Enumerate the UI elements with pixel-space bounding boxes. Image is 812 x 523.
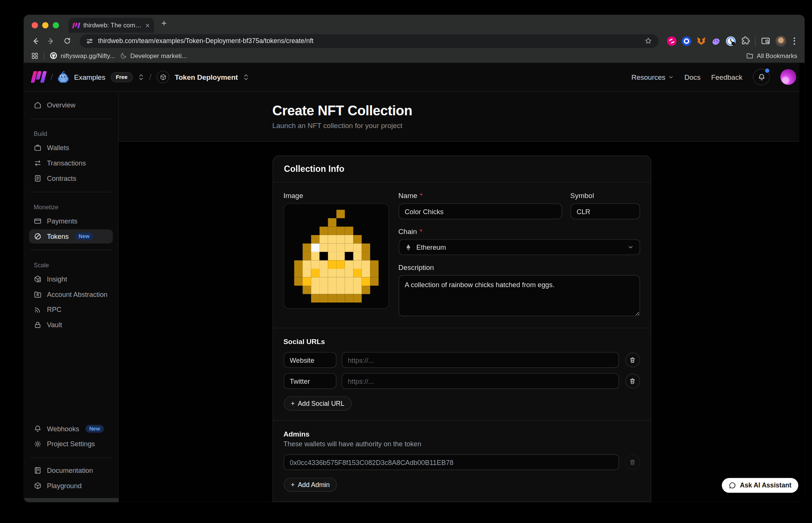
window-minimize-button[interactable] xyxy=(42,22,49,28)
browser-tab-strip: thirdweb: The complete web3 × + xyxy=(24,15,805,33)
extension-icon-purple-creature[interactable] xyxy=(711,36,721,45)
sidebar-item-playground[interactable]: Playground xyxy=(29,478,113,493)
card-footer: Next → xyxy=(273,501,651,502)
extension-icon-metamask[interactable] xyxy=(697,36,706,45)
social-platform-input[interactable] xyxy=(284,373,336,389)
site-header: / Examples Free / Token Deployment xyxy=(24,63,805,92)
collection-image-chick-pixel-art xyxy=(294,210,378,302)
required-marker: * xyxy=(419,228,422,235)
sidebar-divider xyxy=(30,457,112,458)
extension-icon-pink[interactable] xyxy=(667,36,676,45)
all-bookmarks-button[interactable]: All Bookmarks xyxy=(746,52,797,60)
contracts-icon xyxy=(34,174,42,182)
extension-icon-blue[interactable] xyxy=(682,36,691,45)
header-nav: Resources Docs Feedback xyxy=(631,69,796,85)
sidebar-section-scale: Scale xyxy=(29,262,113,268)
scrollbar-gutter[interactable] xyxy=(799,63,805,498)
ask-ai-assistant-button[interactable]: Ask AI Assistant xyxy=(722,478,799,493)
chrome-menu-icon[interactable] xyxy=(791,37,797,45)
project-switcher-icon[interactable] xyxy=(243,73,249,81)
team-avatar xyxy=(58,71,69,83)
add-social-url-button[interactable]: + Add Social URL xyxy=(284,396,352,411)
account-abstraction-icon xyxy=(34,291,42,298)
browser-toolbar: thirdweb.com/team/examples/Token-Deploym… xyxy=(24,33,805,49)
sidebar-item-payments[interactable]: Payments xyxy=(29,214,113,228)
bookmark-item[interactable]: niftyswap.gg/Nifty... xyxy=(49,52,115,60)
delete-social-url-button[interactable] xyxy=(625,374,640,388)
admins-subtitle: These wallets will have authority on the… xyxy=(284,440,640,448)
tab-close-icon[interactable]: × xyxy=(145,22,150,29)
sidebar-item-documentation[interactable]: Documentation xyxy=(29,463,113,477)
nav-resources[interactable]: Resources xyxy=(631,73,674,81)
site-info-icon[interactable] xyxy=(86,37,93,45)
playground-cube-icon xyxy=(34,482,42,490)
back-button[interactable] xyxy=(29,37,42,45)
sidebar-item-contracts[interactable]: Contracts xyxy=(29,171,113,186)
tab-title: thirdweb: The complete web3 xyxy=(83,22,142,29)
sidebar-item-tokens[interactable]: Tokens New xyxy=(29,229,113,243)
sidebar-item-project-settings[interactable]: Project Settings xyxy=(29,437,113,451)
required-marker: * xyxy=(420,192,422,200)
name-input[interactable] xyxy=(399,203,562,219)
bookmark-star-icon[interactable] xyxy=(644,37,652,45)
social-url-input[interactable] xyxy=(342,352,619,368)
social-urls-section: Social URLs xyxy=(273,328,651,420)
social-url-input[interactable] xyxy=(342,373,619,389)
nav-docs[interactable]: Docs xyxy=(684,73,700,81)
symbol-label: Symbol xyxy=(570,192,594,200)
extension-icon-clock[interactable] xyxy=(726,36,736,45)
collection-fields-section: Image Name* xyxy=(273,182,651,328)
nav-feedback[interactable]: Feedback xyxy=(711,73,742,81)
plus-icon: + xyxy=(291,481,294,489)
project-name[interactable]: Token Deployment xyxy=(175,73,238,81)
extensions-cluster xyxy=(665,36,799,46)
thirdweb-logo[interactable] xyxy=(32,71,45,83)
address-bar[interactable]: thirdweb.com/team/examples/Token-Deploym… xyxy=(80,34,659,48)
extensions-puzzle-icon[interactable] xyxy=(741,36,750,45)
notifications-button[interactable] xyxy=(753,69,770,85)
reload-button[interactable] xyxy=(61,37,73,45)
notification-dot xyxy=(765,69,769,73)
moon-icon xyxy=(120,52,127,59)
screen-search-icon[interactable] xyxy=(761,36,770,45)
team-switcher-icon[interactable] xyxy=(138,73,144,81)
apps-grid-icon[interactable] xyxy=(31,52,39,60)
bookmark-item[interactable]: Developer marketi... xyxy=(120,52,187,60)
chain-select[interactable]: Ethereum xyxy=(399,239,640,255)
add-admin-button[interactable]: + Add Admin xyxy=(284,477,337,492)
ethereum-icon xyxy=(405,244,411,250)
image-label: Image xyxy=(284,192,303,200)
window-zoom-button[interactable] xyxy=(53,22,59,28)
sidebar-item-insight[interactable]: Insight xyxy=(29,272,113,286)
collection-image-upload[interactable] xyxy=(284,203,389,309)
sidebar-item-wallets[interactable]: Wallets xyxy=(29,141,113,155)
trash-icon xyxy=(629,356,636,363)
team-name[interactable]: Examples xyxy=(74,73,105,81)
chevron-down-icon xyxy=(668,74,674,80)
admin-wallet-input[interactable] xyxy=(284,454,619,470)
forward-button[interactable] xyxy=(45,37,58,45)
new-tab-button[interactable]: + xyxy=(161,18,167,29)
symbol-input[interactable] xyxy=(570,203,640,219)
delete-social-url-button[interactable] xyxy=(625,353,640,367)
browser-tab[interactable]: thirdweb: The complete web3 × xyxy=(69,18,154,33)
chrome-profile-avatar[interactable] xyxy=(776,36,786,46)
description-textarea[interactable]: A collection of rainbow chicks hatched f… xyxy=(399,275,640,316)
name-field-group: Name* xyxy=(399,192,562,219)
wallet-icon xyxy=(34,144,42,152)
sidebar-item-transactions[interactable]: Transactions xyxy=(29,156,113,170)
social-platform-input[interactable] xyxy=(284,352,336,368)
new-badge: New xyxy=(75,232,93,240)
home-icon xyxy=(34,101,42,109)
sidebar-item-account-abstraction[interactable]: Account Abstraction xyxy=(29,287,113,301)
sidebar-item-vault[interactable]: Vault xyxy=(29,318,113,332)
window-close-button[interactable] xyxy=(31,22,38,28)
url-text[interactable]: thirdweb.com/team/examples/Token-Deploym… xyxy=(98,37,640,45)
delete-admin-button[interactable] xyxy=(625,455,640,469)
sidebar-item-rpc[interactable]: RPC xyxy=(29,302,113,317)
account-avatar[interactable] xyxy=(781,69,796,85)
sidebar-item-webhooks[interactable]: Webhooks New xyxy=(29,422,113,436)
tokens-icon xyxy=(34,232,42,240)
sidebar-item-overview[interactable]: Overview xyxy=(29,98,113,112)
description-label: Description xyxy=(399,264,434,271)
